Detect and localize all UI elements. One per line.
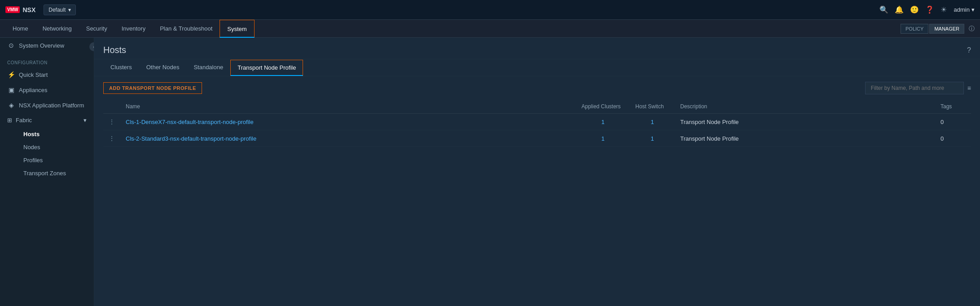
sidebar-subitem-transport-zones[interactable]: Transport Zones	[16, 167, 94, 180]
col-switch-header: Host Switch	[630, 100, 675, 114]
row1-name-link[interactable]: Cls-1-DenseX7-nsx-default-transport-node…	[126, 119, 254, 125]
navbar-right: POLICY MANAGER ⓘ	[901, 24, 980, 34]
row2-name[interactable]: Cls-2-Standard3-nsx-default-transport-no…	[120, 130, 576, 147]
logo: VMW NSX	[5, 6, 35, 13]
row2-switch[interactable]: 1	[630, 130, 675, 147]
manager-button[interactable]: MANAGER	[929, 24, 964, 34]
user-face-icon[interactable]: 🙂	[910, 5, 919, 14]
row1-switch-link[interactable]: 1	[651, 119, 654, 125]
nav-plan-troubleshoot[interactable]: Plan & Troubleshoot	[153, 20, 220, 38]
sidebar-nsx-app-platform-label: NSX Application Platform	[19, 102, 84, 109]
sidebar-system-overview-label: System Overview	[19, 42, 64, 49]
toolbar: ADD TRANSPORT NODE PROFILE ≡	[94, 76, 980, 100]
sidebar-item-nsx-app-platform[interactable]: ◈ NSX Application Platform	[0, 98, 94, 113]
search-icon[interactable]: 🔍	[879, 5, 888, 14]
filter-area: ≡	[865, 82, 971, 94]
sidebar-quick-start-label: Quick Start	[19, 71, 48, 78]
page-help-icon[interactable]: ?	[967, 46, 971, 54]
col-clusters-header: Applied Clusters	[576, 100, 630, 114]
nsx-app-platform-icon: ◈	[7, 102, 15, 109]
fabric-icon: ⊞	[7, 117, 12, 124]
main-content: Hosts ? Clusters Other Nodes Standalone …	[94, 38, 980, 306]
topbar: VMW NSX Default ▾ 🔍 🔔 🙂 ❓ ☀ admin ▾	[0, 0, 980, 20]
nsx-label: NSX	[22, 6, 35, 13]
sidebar-subitem-hosts[interactable]: Hosts	[16, 128, 94, 141]
sidebar-appliances-label: Appliances	[19, 87, 48, 93]
add-transport-node-profile-button[interactable]: ADD TRANSPORT NODE PROFILE	[103, 82, 202, 94]
col-name-header: Name	[120, 100, 576, 114]
user-menu[interactable]: admin ▾	[954, 6, 975, 13]
navbar: Home Networking Security Inventory Plan …	[0, 20, 980, 38]
row2-clusters-link[interactable]: 1	[602, 135, 605, 142]
table-row: ⋮ Cls-1-DenseX7-nsx-default-transport-no…	[103, 114, 971, 130]
row1-clusters[interactable]: 1	[576, 114, 630, 130]
tab-other-nodes[interactable]: Other Nodes	[139, 59, 187, 76]
row1-clusters-link[interactable]: 1	[602, 119, 605, 125]
sidebar-subitem-nodes[interactable]: Nodes	[16, 141, 94, 154]
row1-menu-icon[interactable]: ⋮	[109, 118, 115, 125]
page-title: Hosts	[103, 45, 126, 55]
topbar-icons: 🔍 🔔 🙂 ❓ ☀	[879, 5, 947, 14]
help-icon[interactable]: ❓	[925, 5, 934, 14]
row2-description: Transport Node Profile	[675, 130, 935, 147]
policy-button[interactable]: POLICY	[901, 24, 928, 34]
appliances-icon: ▣	[7, 86, 15, 93]
fabric-expand-icon: ▾	[83, 117, 87, 124]
environment-dropdown[interactable]: Default ▾	[44, 4, 76, 15]
nav-info-icon[interactable]: ⓘ	[969, 25, 975, 33]
system-overview-icon: ⊙	[7, 42, 15, 49]
main-header: Hosts ?	[94, 38, 980, 59]
col-tags-header: Tags	[935, 100, 971, 114]
row1-name[interactable]: Cls-1-DenseX7-nsx-default-transport-node…	[120, 114, 576, 130]
sidebar-item-appliances[interactable]: ▣ Appliances	[0, 82, 94, 98]
row2-drag[interactable]: ⋮	[103, 130, 120, 147]
nav-security[interactable]: Security	[79, 20, 114, 38]
nav-system[interactable]: System	[220, 20, 254, 38]
row2-name-link[interactable]: Cls-2-Standard3-nsx-default-transport-no…	[126, 135, 256, 142]
row1-drag[interactable]: ⋮	[103, 114, 120, 130]
quick-start-icon: ⚡	[7, 71, 15, 78]
sidebar-fabric-label: Fabric	[16, 117, 32, 124]
filter-options-icon[interactable]: ≡	[967, 84, 971, 92]
row1-switch[interactable]: 1	[630, 114, 675, 130]
environment-label: Default	[48, 7, 66, 13]
filter-input[interactable]	[865, 82, 964, 94]
table-header-row: Name Applied Clusters Host Switch Descri…	[103, 100, 971, 114]
sidebar-item-system-overview[interactable]: ⊙ System Overview	[0, 38, 94, 53]
nav-home[interactable]: Home	[5, 20, 35, 38]
tab-transport-node-profile[interactable]: Transport Node Profile	[230, 60, 303, 76]
theme-icon[interactable]: ☀	[940, 5, 947, 14]
table-row: ⋮ Cls-2-Standard3-nsx-default-transport-…	[103, 130, 971, 147]
table-container: Name Applied Clusters Host Switch Descri…	[94, 100, 980, 147]
tab-clusters[interactable]: Clusters	[103, 59, 139, 76]
col-drag-header	[103, 100, 120, 114]
row2-menu-icon[interactable]: ⋮	[109, 135, 115, 142]
user-dropdown-icon: ▾	[971, 6, 975, 13]
sidebar: ‹ ⊙ System Overview Configuration ⚡ Quic…	[0, 38, 94, 306]
row2-switch-link[interactable]: 1	[651, 135, 654, 142]
row2-tags: 0	[935, 130, 971, 147]
row1-description: Transport Node Profile	[675, 114, 935, 130]
sidebar-item-quick-start[interactable]: ⚡ Quick Start	[0, 67, 94, 82]
row2-clusters[interactable]: 1	[576, 130, 630, 147]
row1-tags: 0	[935, 114, 971, 130]
username-label: admin	[954, 6, 970, 13]
sidebar-subitem-profiles[interactable]: Profiles	[16, 154, 94, 167]
nav-inventory[interactable]: Inventory	[114, 20, 153, 38]
sidebar-item-fabric[interactable]: ⊞ Fabric ▾	[0, 113, 94, 128]
col-desc-header: Description	[675, 100, 935, 114]
layout: ‹ ⊙ System Overview Configuration ⚡ Quic…	[0, 38, 980, 306]
tab-standalone[interactable]: Standalone	[186, 59, 230, 76]
nav-networking[interactable]: Networking	[35, 20, 79, 38]
tabs-bar: Clusters Other Nodes Standalone Transpor…	[94, 59, 980, 76]
dropdown-chevron-icon: ▾	[68, 7, 71, 13]
configuration-section-label: Configuration	[0, 53, 94, 67]
notifications-icon[interactable]: 🔔	[895, 5, 904, 14]
fabric-subitems: Hosts Nodes Profiles Transport Zones	[0, 128, 94, 180]
profiles-table: Name Applied Clusters Host Switch Descri…	[103, 100, 971, 147]
vmw-logo: VMW	[5, 6, 20, 13]
